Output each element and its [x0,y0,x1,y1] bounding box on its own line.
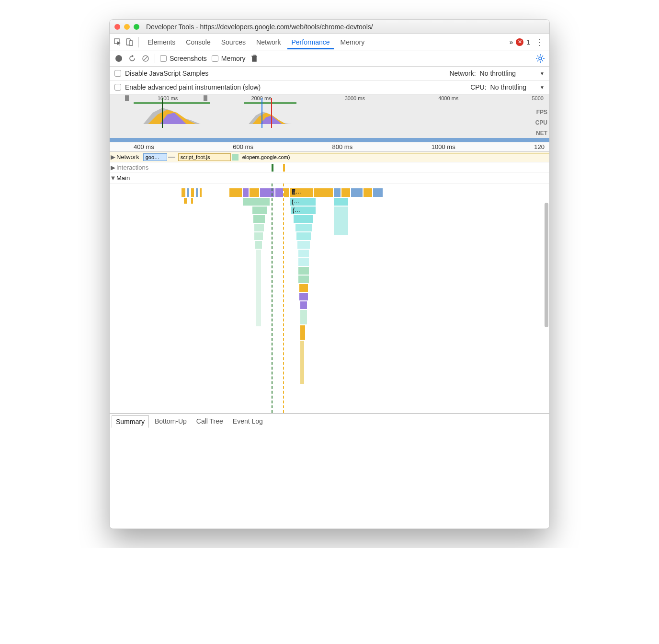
svg-rect-64 [300,301,307,309]
performance-toolbar: Screenshots Memory [110,50,549,67]
svg-rect-54 [294,215,313,223]
network-track[interactable]: ▶ Network goo… script_foot.js elopers.go… [110,152,549,162]
minimize-dot[interactable] [124,24,130,30]
expand-icon[interactable]: ▶ [110,153,116,161]
selection-handle-left[interactable] [125,95,129,101]
svg-rect-32 [250,188,259,197]
flame-chart[interactable]: E ( ( E… (… (… [110,184,549,414]
marker-line-orange [283,184,284,413]
overview-timeline[interactable]: 1000 ms 2000 ms 3000 ms 4000 ms 5000 [110,94,549,142]
svg-rect-49 [256,250,261,326]
svg-rect-57 [297,241,310,249]
flame-chart-svg: E ( ( [110,184,549,414]
traffic-lights [114,24,139,30]
svg-rect-34 [275,188,283,197]
marker-line-green [272,184,273,413]
close-dot[interactable] [114,24,120,30]
svg-rect-2 [129,41,133,46]
memory-label: Memory [221,55,246,62]
tab-memory[interactable]: Memory [337,35,369,49]
svg-rect-68 [334,198,348,206]
network-value: No throttling [480,69,516,77]
svg-rect-50 [184,198,187,204]
tab-call-tree[interactable]: Call Tree [193,415,227,427]
svg-rect-31 [243,188,249,197]
gear-icon[interactable] [536,54,545,63]
network-request-small[interactable] [232,154,239,161]
cpu-dropdown[interactable]: No throttling▼ [490,83,545,91]
clear-icon[interactable] [141,54,150,63]
tab-performance[interactable]: Performance [287,35,333,49]
svg-rect-56 [296,232,311,240]
devtools-window: Developer Tools - https://developers.goo… [109,19,550,529]
maximize-dot[interactable] [134,24,139,30]
svg-rect-19 [244,102,296,104]
memory-checkbox[interactable]: Memory [212,55,246,62]
error-badge-icon[interactable]: ✕ [516,38,523,46]
main-track[interactable]: ▼ Main [110,173,549,184]
svg-rect-26 [187,188,189,197]
svg-rect-69 [334,207,348,235]
svg-rect-46 [254,224,264,231]
svg-rect-28 [196,188,198,197]
svg-rect-48 [255,241,262,249]
svg-rect-60 [298,267,309,275]
svg-rect-27 [191,188,194,197]
flame-block-e[interactable]: E… [292,188,301,195]
svg-rect-39 [341,188,350,197]
screenshots-label: Screenshots [170,55,207,62]
overview-lane-labels: FPS CPU NET [535,107,547,138]
flame-block-anon2[interactable]: (… [293,207,300,213]
inspect-icon[interactable] [114,38,122,46]
summary-pane [110,428,549,529]
tab-elements[interactable]: Elements [144,35,179,49]
svg-rect-45 [253,215,265,223]
trash-icon[interactable] [250,54,259,63]
network-request-2[interactable]: script_foot.js [178,153,231,161]
tab-bottom-up[interactable]: Bottom-Up [151,415,191,427]
svg-rect-44 [252,207,267,214]
chevron-down-icon: ▼ [540,85,545,90]
svg-rect-37 [314,188,333,197]
record-icon[interactable] [114,54,123,63]
tab-console[interactable]: Console [182,35,214,49]
more-tabs-icon[interactable]: » [509,38,513,46]
titlebar[interactable]: Developer Tools - https://developers.goo… [110,20,549,34]
collapse-icon[interactable]: ▼ [110,174,116,182]
interactions-label: Interactions [116,164,150,171]
detail-ruler[interactable]: 400 ms 600 ms 800 ms 1000 ms 120 [110,142,549,152]
chevron-down-icon: ▼ [540,71,545,76]
svg-rect-55 [295,224,312,231]
interactions-track[interactable]: ▶ Interactions [110,162,549,173]
svg-line-11 [542,60,543,61]
svg-line-13 [542,56,543,57]
svg-point-5 [539,57,542,60]
screenshots-checkbox[interactable]: Screenshots [160,55,207,62]
reload-icon[interactable] [128,54,136,63]
network-dropdown[interactable]: No throttling▼ [480,69,545,77]
svg-rect-42 [373,188,383,197]
svg-rect-61 [298,276,309,283]
cpu-value: No throttling [490,83,526,91]
kebab-menu-icon[interactable]: ⋮ [533,37,545,47]
enable-paint-label: Enable advanced paint instrumentation (s… [125,83,261,91]
svg-rect-63 [299,293,308,300]
expand-icon[interactable]: ▶ [110,164,116,171]
tab-sources[interactable]: Sources [217,35,250,49]
svg-rect-41 [364,188,372,197]
network-request-3[interactable]: elopers.google.com) [240,153,549,161]
flame-block-anon1[interactable]: (… [292,198,299,205]
tab-summary[interactable]: Summary [112,415,149,428]
enable-paint-checkbox[interactable]: Enable advanced paint instrumentation (s… [114,83,261,91]
svg-rect-30 [229,188,242,197]
svg-line-12 [537,60,538,61]
disable-js-checkbox[interactable]: Disable JavaScript Samples [114,69,208,77]
svg-rect-35 [284,188,289,197]
settings-row-1: Disable JavaScript Samples Network: No t… [110,67,549,80]
device-icon[interactable] [125,38,134,46]
vertical-scrollbar[interactable] [545,203,548,327]
tab-network[interactable]: Network [252,35,284,49]
svg-rect-59 [298,258,309,266]
network-request-1[interactable]: goo… [143,153,167,161]
tab-event-log[interactable]: Event Log [229,415,267,427]
